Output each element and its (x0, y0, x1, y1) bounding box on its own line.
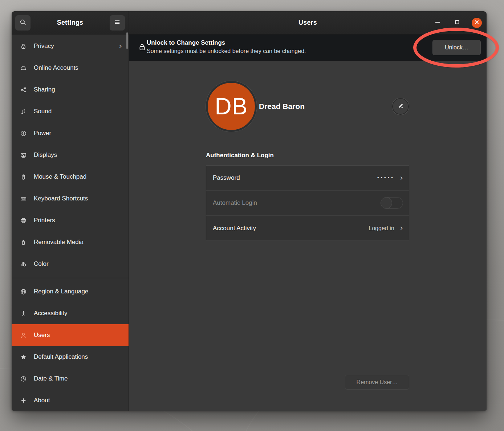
close-icon (473, 19, 480, 27)
remove-user-button[interactable]: Remove User… (345, 375, 409, 390)
sidebar-item-date-time[interactable]: Date & Time (12, 368, 129, 390)
maximize-button[interactable] (452, 18, 462, 28)
auth-section-heading: Authentication & Login (206, 152, 274, 159)
window-controls (432, 11, 482, 34)
avatar-initials: DB (215, 93, 248, 120)
sidebar-item-label: Color (34, 260, 49, 268)
automatic-login-label: Automatic Login (213, 199, 257, 207)
sidebar-item-mouse-touchpad[interactable]: Mouse & Touchpad (12, 166, 129, 188)
sidebar: Settings Privacy›Online AccountsSharingS… (12, 11, 129, 411)
unlock-banner: Unlock to Change Settings Some settings … (129, 34, 487, 61)
settings-window: Settings Privacy›Online AccountsSharingS… (12, 11, 487, 411)
sidebar-item-sharing[interactable]: Sharing (12, 79, 129, 101)
sidebar-item-removable-media[interactable]: Removable Media (12, 231, 129, 253)
sidebar-scrollbar-thumb[interactable] (126, 32, 128, 49)
account-activity-row[interactable]: Account Activity Logged in › (206, 216, 409, 241)
sidebar-item-region-language[interactable]: Region & Language (12, 281, 129, 302)
sidebar-item-label: Online Accounts (34, 64, 78, 72)
sidebar-item-label: Mouse & Touchpad (34, 173, 86, 180)
sidebar-item-label: Printers (34, 217, 55, 224)
sidebar-item-label: Accessibility (34, 310, 68, 317)
account-activity-value: Logged in (369, 225, 394, 232)
sidebar-item-label: Privacy (34, 42, 54, 50)
account-activity-label: Account Activity (213, 225, 256, 232)
automatic-login-row: Automatic Login (206, 191, 409, 216)
chevron-right-icon: › (400, 174, 403, 182)
sidebar-item-accessibility[interactable]: Accessibility (12, 302, 129, 324)
star-icon (20, 353, 27, 361)
sidebar-item-label: About (34, 397, 50, 404)
users-content: DB Dread Baron Authentication & Login Pa… (129, 61, 487, 411)
lock-icon (20, 42, 27, 50)
sidebar-item-about[interactable]: About (12, 390, 129, 411)
close-button[interactable] (472, 18, 482, 28)
sidebar-item-users[interactable]: Users (12, 324, 129, 346)
minimize-icon (434, 19, 441, 27)
accessibility-person-icon (20, 310, 27, 317)
auth-rows: Password ••••• › Automatic Login Account… (206, 165, 409, 240)
hamburger-menu-icon (114, 19, 121, 27)
titlebar[interactable]: Users (129, 11, 487, 34)
lock-icon (138, 42, 147, 53)
minimize-button[interactable] (432, 18, 443, 28)
share-icon (20, 86, 27, 93)
sidebar-item-label: Displays (34, 151, 57, 159)
sidebar-item-label: Date & Time (34, 375, 68, 382)
usb-drive-icon (20, 239, 27, 246)
sidebar-item-privacy[interactable]: Privacy› (12, 35, 129, 57)
sidebar-item-label: Sound (34, 108, 52, 115)
sidebar-item-online-accounts[interactable]: Online Accounts (12, 57, 129, 79)
sidebar-item-displays[interactable]: Displays (12, 144, 129, 166)
sidebar-header: Settings (12, 11, 129, 34)
sidebar-item-power[interactable]: Power (12, 122, 129, 144)
pencil-icon (397, 102, 405, 111)
automatic-login-toggle[interactable] (381, 197, 403, 209)
clock-icon (20, 375, 27, 382)
sidebar-item-keyboard-shortcuts[interactable]: Keyboard Shortcuts (12, 188, 129, 210)
sidebar-item-printers[interactable]: Printers (12, 210, 129, 231)
password-label: Password (213, 174, 240, 182)
edit-name-button[interactable] (392, 98, 409, 115)
sidebar-item-label: Removable Media (34, 239, 84, 246)
menu-button[interactable] (110, 15, 125, 31)
sidebar-item-sound[interactable]: Sound (12, 101, 129, 122)
chevron-right-icon: › (119, 42, 122, 50)
sidebar-item-label: Power (34, 130, 51, 137)
chevron-right-icon: › (400, 224, 403, 232)
music-note-icon (20, 108, 27, 115)
sidebar-separator (12, 275, 129, 281)
display-icon (20, 151, 27, 159)
power-icon (20, 130, 27, 137)
color-circles-icon (20, 260, 27, 268)
sparkle-icon (20, 397, 27, 404)
sidebar-item-label: Users (34, 332, 50, 339)
sidebar-list: Privacy›Online AccountsSharingSoundPower… (12, 34, 129, 411)
keyboard-icon (20, 195, 27, 202)
main-panel: Users Unlock to Change Settings Some set… (129, 11, 487, 411)
cloud-icon (20, 64, 27, 72)
user-icon (20, 332, 27, 339)
globe-icon (20, 288, 27, 295)
avatar[interactable]: DB (206, 81, 257, 132)
banner-title: Unlock to Change Settings (147, 39, 225, 46)
mouse-icon (20, 173, 27, 180)
sidebar-item-default-applications[interactable]: Default Applications (12, 346, 129, 368)
sidebar-item-label: Region & Language (34, 288, 88, 295)
banner-subtitle: Some settings must be unlocked before th… (147, 48, 306, 54)
unlock-button[interactable]: Unlock… (432, 40, 481, 55)
sidebar-item-label: Default Applications (34, 353, 88, 361)
password-row[interactable]: Password ••••• › (206, 166, 409, 191)
sidebar-item-label: Keyboard Shortcuts (34, 195, 88, 202)
printer-icon (20, 217, 27, 224)
user-full-name: Dread Baron (259, 102, 305, 111)
password-value: ••••• (377, 175, 394, 180)
sidebar-item-label: Sharing (34, 86, 55, 93)
toggle-knob (381, 197, 392, 209)
sidebar-item-color[interactable]: Color (12, 253, 129, 275)
maximize-icon (454, 19, 460, 27)
